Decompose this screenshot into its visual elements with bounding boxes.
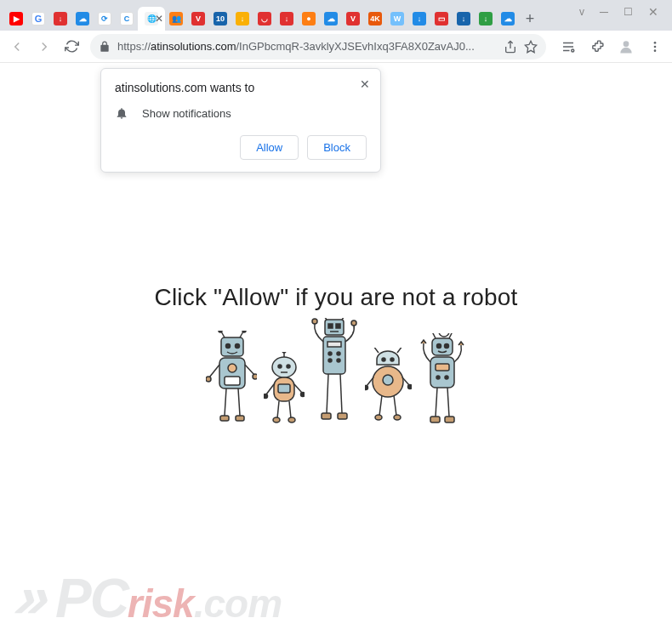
svg-point-36 (273, 417, 280, 422)
tab[interactable]: ↓ (49, 7, 71, 31)
svg-line-37 (289, 401, 291, 418)
tab[interactable]: ↓ (408, 7, 430, 31)
svg-line-19 (225, 388, 226, 416)
svg-rect-82 (430, 417, 440, 422)
svg-point-3 (654, 45, 657, 48)
watermark-text: PC (55, 567, 128, 630)
watermark-text: .com (194, 581, 282, 626)
back-button[interactable] (5, 35, 29, 59)
forward-button[interactable] (32, 35, 56, 59)
c-icon: C (120, 12, 134, 26)
tab-strip: ▶ G ↓ ☁ ⟳ C 🌐 ✕ 👥 V 10 ↓ ◡ ↓ ● ☁ V 4K W … (0, 0, 541, 31)
tab[interactable]: 👥 (165, 7, 187, 31)
robot-icon (365, 348, 412, 428)
media-control-icon[interactable] (556, 35, 580, 59)
svg-point-34 (301, 393, 305, 397)
lock-icon[interactable] (99, 41, 111, 53)
svg-line-15 (209, 365, 219, 377)
tab[interactable]: ↓ (231, 7, 253, 31)
svg-point-66 (408, 385, 413, 389)
circle-icon: ● (302, 12, 316, 26)
svg-line-60 (397, 348, 402, 353)
tab[interactable]: ☁ (320, 7, 342, 31)
svg-point-23 (272, 357, 296, 377)
tab[interactable]: W (386, 7, 408, 31)
robot-icon (311, 318, 358, 428)
tab[interactable]: ☁ (497, 7, 519, 31)
svg-point-18 (253, 374, 257, 379)
svg-line-17 (245, 365, 254, 375)
svg-point-4 (654, 49, 657, 52)
tab[interactable]: ● (298, 7, 320, 31)
watermark-text: risk (128, 581, 194, 626)
svg-point-25 (287, 365, 290, 368)
tab[interactable]: ↓ (475, 7, 497, 31)
svg-line-33 (294, 384, 302, 393)
svg-rect-20 (220, 416, 229, 421)
svg-point-52 (351, 320, 356, 326)
svg-point-38 (288, 417, 295, 422)
download-icon: ↓ (457, 12, 470, 26)
4k-icon: 4K (368, 12, 382, 26)
close-window-button[interactable]: ✕ (648, 5, 658, 19)
svg-point-16 (206, 377, 211, 382)
svg-line-31 (266, 384, 274, 394)
block-button[interactable]: Block (307, 135, 367, 160)
window-controls: v ─ ☐ ✕ (566, 0, 672, 24)
svg-line-44 (342, 318, 347, 320)
bookmark-star-icon[interactable] (524, 40, 538, 54)
extensions-icon[interactable] (585, 35, 609, 59)
permission-option-label: Show notifications (142, 107, 231, 120)
svg-point-51 (312, 319, 317, 324)
svg-point-64 (365, 386, 368, 390)
menu-button[interactable] (643, 35, 667, 59)
profile-avatar[interactable] (614, 35, 638, 59)
maximize-button[interactable]: ☐ (624, 6, 633, 18)
svg-line-53 (327, 374, 328, 413)
tab[interactable]: ☁ (71, 7, 94, 31)
tab[interactable]: ▶ (5, 7, 27, 31)
svg-point-0 (572, 49, 574, 52)
svg-point-6 (226, 344, 231, 349)
tab[interactable]: ◡ (253, 7, 276, 31)
svg-point-49 (328, 359, 332, 362)
tab[interactable]: ↓ (453, 7, 475, 31)
tab[interactable]: ▭ (430, 7, 453, 31)
tab[interactable]: ⟳ (94, 7, 116, 31)
tab[interactable]: 10 (209, 7, 231, 31)
chevron-down-icon[interactable]: v (579, 6, 584, 18)
tab-close-button[interactable]: ✕ (155, 13, 163, 25)
allow-button[interactable]: Allow (240, 135, 299, 160)
svg-line-59 (373, 348, 379, 353)
window-titlebar: ▶ G ↓ ☁ ⟳ C 🌐 ✕ 👥 V 10 ↓ ◡ ↓ ● ☁ V 4K W … (0, 0, 672, 31)
tab[interactable]: C (116, 7, 138, 31)
share-icon[interactable] (504, 40, 517, 54)
reload-button[interactable] (60, 35, 83, 59)
tab[interactable]: V (187, 7, 209, 31)
tab[interactable]: ↓ (276, 7, 298, 31)
svg-point-32 (264, 394, 268, 399)
svg-rect-56 (338, 413, 347, 419)
svg-point-57 (382, 358, 385, 361)
svg-point-72 (437, 344, 441, 349)
address-bar[interactable]: https://atinsolutions.com/InGPbcmqR-3avk… (90, 34, 546, 60)
tab[interactable]: V (342, 7, 364, 31)
new-tab-button[interactable]: + (519, 7, 541, 31)
tab[interactable]: G (27, 7, 49, 31)
svg-line-67 (379, 395, 382, 416)
svg-line-69 (394, 395, 396, 416)
svg-rect-22 (236, 416, 244, 421)
download-icon: ↓ (479, 12, 493, 26)
tab[interactable]: 4K (364, 7, 386, 31)
tab-active[interactable]: 🌐 ✕ (138, 7, 165, 31)
robot-icon (206, 331, 257, 428)
users-icon: 👥 (169, 12, 183, 26)
url-text: https://atinsolutions.com/InGPbcmqR-3avk… (117, 40, 497, 53)
svg-point-50 (337, 359, 340, 362)
svg-point-2 (654, 42, 657, 44)
dialog-close-button[interactable]: ✕ (360, 77, 370, 91)
dialog-title: atinsolutions.com wants to (115, 81, 367, 94)
download-icon: ↓ (280, 12, 293, 26)
minimize-button[interactable]: ─ (600, 5, 608, 19)
v-icon: V (346, 12, 360, 26)
